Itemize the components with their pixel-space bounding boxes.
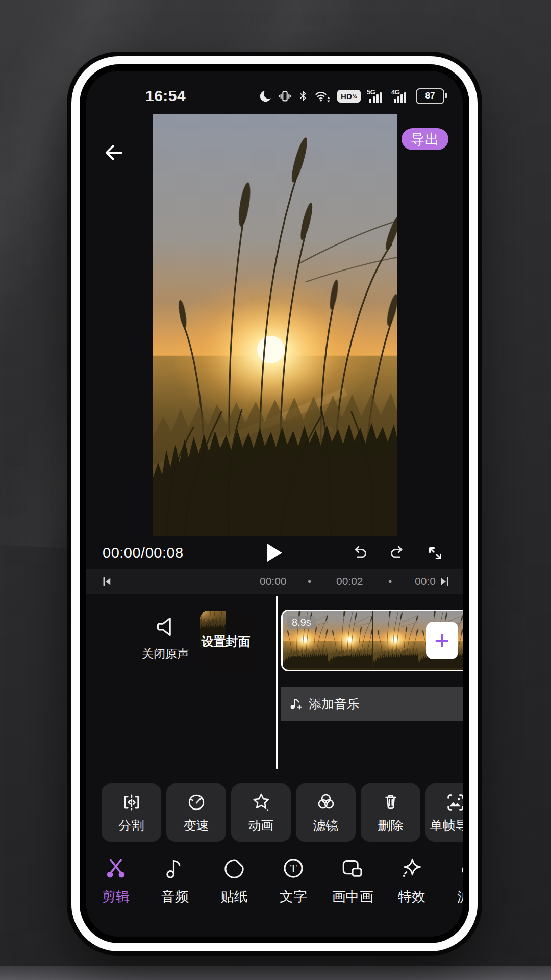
surface-strip	[0, 966, 551, 980]
skip-to-end-icon[interactable]	[438, 576, 450, 587]
sunset-video-frame	[153, 114, 397, 536]
speaker-icon	[153, 614, 178, 640]
filter-icon	[459, 856, 463, 880]
animation-icon	[251, 792, 272, 813]
tool-split[interactable]: 分割	[102, 783, 161, 842]
cover-label: 设置封面	[200, 611, 252, 672]
tool-frame-export[interactable]: 单帧导出	[425, 783, 463, 842]
sticker-icon	[222, 856, 246, 880]
split-icon	[121, 792, 142, 813]
signal-4g-icon: 4G	[391, 89, 410, 104]
ruler-tick: 00:00	[260, 575, 287, 587]
video-preview[interactable]	[153, 114, 397, 536]
timeline-ruler[interactable]: 00:00 • 00:02 • 00:0	[86, 569, 463, 594]
redo-button[interactable]	[388, 544, 407, 562]
pip-icon	[340, 856, 365, 880]
battery-icon: 87	[416, 88, 444, 104]
nav-edit[interactable]: 剪辑	[86, 856, 145, 906]
ruler-tick: 00:0	[415, 575, 436, 587]
playhead[interactable]	[276, 596, 278, 769]
ruler-dot: •	[308, 575, 311, 587]
clip-duration-badge: 8.9s	[287, 616, 316, 629]
tool-delete[interactable]: 删除	[361, 783, 420, 842]
nav-filter[interactable]: 滤镜	[441, 856, 463, 906]
moon-icon	[259, 89, 272, 103]
frame-export-icon	[445, 792, 463, 813]
status-bar: 16:54	[86, 84, 463, 108]
music-note-icon	[163, 856, 187, 880]
nav-text[interactable]: T 文字	[264, 856, 323, 906]
tool-filter[interactable]: 滤镜	[296, 783, 356, 842]
status-time: 16:54	[145, 87, 186, 105]
svg-text:T: T	[290, 862, 297, 875]
player-controls: 00:00/00:08	[86, 537, 463, 569]
ruler-dot: •	[388, 575, 392, 587]
phone-mockup-frame: 16:54	[71, 56, 478, 951]
nav-audio[interactable]: 音频	[145, 856, 205, 906]
tool-animation[interactable]: 动画	[231, 783, 291, 842]
filter-icon	[315, 792, 337, 813]
clip-frame	[328, 611, 372, 670]
mute-original-sound-button[interactable]: 关闭原声	[134, 614, 196, 662]
tool-speed[interactable]: 变速	[166, 783, 226, 842]
export-button[interactable]: 导出	[402, 128, 448, 150]
playback-time: 00:00/00:08	[103, 545, 184, 561]
speed-icon	[186, 792, 207, 813]
ruler-tick: 00:02	[336, 575, 363, 587]
clip-tool-row: 分割 变速 动画	[102, 783, 463, 842]
music-note-add-icon	[288, 696, 304, 712]
undo-button[interactable]	[350, 544, 369, 562]
add-music-label: 添加音乐	[309, 696, 360, 713]
nav-pip[interactable]: 画中画	[323, 856, 382, 906]
phone-bezel: 16:54	[80, 64, 469, 943]
nav-effects[interactable]: 特效	[382, 856, 441, 906]
bluetooth-icon	[297, 90, 309, 102]
nav-sticker[interactable]: 贴纸	[205, 856, 264, 906]
fullscreen-button[interactable]	[426, 544, 444, 562]
play-button[interactable]	[266, 543, 283, 563]
trash-icon	[380, 792, 402, 813]
mute-label: 关闭原声	[134, 646, 196, 662]
signal-5g-icon: 5G	[367, 89, 385, 104]
wifi-icon	[315, 89, 331, 103]
clip-frame	[373, 611, 418, 670]
hd-volte-icon: HD½	[337, 90, 361, 103]
app-screen: 16:54	[86, 71, 463, 937]
text-icon: T	[281, 856, 306, 880]
wallpaper-background: 16:54	[0, 0, 551, 980]
scissors-icon	[104, 856, 128, 880]
back-button[interactable]	[101, 139, 127, 166]
bottom-nav: 剪辑 音频 贴纸	[86, 856, 463, 906]
vibrate-icon	[279, 90, 291, 103]
status-icons: HD½ 5G 4G 87	[259, 88, 444, 104]
add-clip-button[interactable]: +	[426, 622, 458, 659]
add-music-button[interactable]: 添加音乐	[281, 687, 463, 721]
skip-to-start-icon[interactable]	[102, 576, 113, 587]
set-cover-button[interactable]: 设置封面	[200, 611, 252, 672]
effects-icon	[399, 856, 424, 880]
